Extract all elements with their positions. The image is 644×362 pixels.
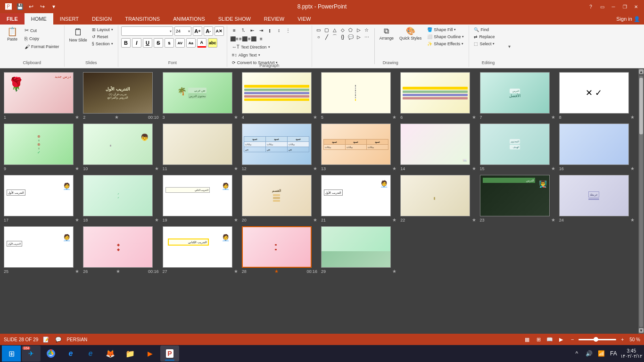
slideshow-button[interactable]: ▶ [557, 335, 565, 344]
slide-item-4[interactable]: 4 ★ [242, 72, 317, 121]
tab-insert[interactable]: INSERT [53, 13, 85, 25]
slide-thumb-23[interactable]: 👨‍🏫الدرس [480, 175, 550, 216]
tab-design[interactable]: DESIGN [85, 13, 118, 25]
align-center-button[interactable]: ≡⬛ [239, 35, 248, 42]
shape-pentagon[interactable]: ⬠ [347, 26, 355, 33]
scrollbar-thumb[interactable] [639, 78, 643, 134]
file-explorer-app[interactable]: 📁 [121, 346, 140, 362]
slide-thumb-21[interactable]: 🧑‍💼التدريب الأول [321, 175, 391, 216]
network-icon[interactable]: 📶 [596, 348, 606, 359]
save-button[interactable]: 💾 [15, 2, 25, 11]
slide-item-7[interactable]: الدرسالأفضل 7 ★ [480, 72, 555, 121]
volume-icon[interactable]: 🔊 [584, 348, 594, 359]
increase-indent-button[interactable]: ⇥ [257, 26, 265, 34]
restore-button[interactable]: ❐ [620, 2, 629, 11]
tab-animations[interactable]: ANIMATIONS [166, 13, 212, 25]
tab-file[interactable]: FILE [0, 13, 25, 25]
decrease-font-button[interactable]: A- [204, 26, 213, 36]
slide-item-12[interactable]: عمودعمودعمودبياناتبياناتبياناتنصنصنص 12 … [242, 123, 317, 172]
slide-thumb-3[interactable]: نص عربيمحتوى الدرس🌴 [163, 72, 232, 114]
cut-button[interactable]: ✂ Cut [23, 26, 61, 34]
shadow-button[interactable]: s [165, 38, 174, 48]
slide-item-27[interactable]: 🧑‍💼التدريب الكتابي 27 ★ [163, 226, 238, 275]
new-slide-button[interactable]: 🗒 New Slide [67, 26, 89, 43]
copy-button[interactable]: ⎘ Copy [23, 35, 61, 42]
vertical-scrollbar[interactable]: ▲ ▼ [638, 68, 644, 334]
font-color-button[interactable]: A [197, 38, 206, 48]
text-highlight-button[interactable]: abc [208, 38, 217, 48]
slide-item-18[interactable]: ✓✓ 18 ★ [83, 175, 158, 223]
underline-button[interactable]: U [143, 38, 152, 48]
section-button[interactable]: § Section ▾ [90, 41, 115, 47]
slide-item-5[interactable]: 5 ★ [321, 72, 396, 121]
shape-fill-button[interactable]: 🪣 Shape Fill ▾ [425, 26, 466, 33]
find-button[interactable]: 🔍 Find [472, 26, 496, 33]
redo-button[interactable]: ↪ [38, 2, 47, 11]
slide-item-20[interactable]: القسم 20 ★ [242, 175, 317, 223]
slide-item-19[interactable]: 🧑‍💼التدريب الثاني 19 ★ [163, 175, 238, 223]
layout-button[interactable]: ⊞ Layout ▾ [90, 26, 115, 33]
slide-item-13[interactable]: عمودعمودعمودبياناتبياناتبيانات 13 ★ [321, 123, 396, 172]
tab-slideshow[interactable]: SLIDE SHOW [212, 13, 257, 25]
reading-view-button[interactable]: 📖 [545, 335, 554, 344]
slide-item-29[interactable]: 🌺 29 ★ [321, 226, 396, 275]
italic-button[interactable]: I [132, 38, 141, 48]
slide-sorter-button[interactable]: ⊞ [534, 335, 543, 344]
bullets-button[interactable]: ≡ [230, 26, 239, 34]
slide-item-1[interactable]: 🌹درس جدید 1 ★ [4, 72, 79, 121]
media-player-app[interactable]: ▶ [140, 346, 159, 362]
slide-thumb-16[interactable] [559, 123, 629, 165]
zoom-track[interactable] [578, 339, 616, 340]
shape-callout[interactable]: 💬 [347, 33, 355, 40]
slide-thumb-17[interactable]: 🧑‍💼التدريب الأول [4, 175, 74, 216]
slide-thumb-5[interactable] [321, 72, 391, 114]
slide-thumb-25[interactable]: 🧑‍💼التدريب الأول [4, 226, 74, 268]
slide-thumb-12[interactable]: عمودعمودعمودبياناتبياناتبياناتنصنصنص [242, 123, 312, 165]
slide-item-10[interactable]: 👦 10 ★ [83, 123, 158, 172]
close-button[interactable]: ✕ [632, 2, 640, 11]
slide-thumb-14[interactable]: 📖 [400, 123, 470, 165]
slide-thumb-28[interactable] [242, 226, 312, 268]
columns-button[interactable]: ⫿ [266, 26, 274, 34]
shape-arrow[interactable]: ▷ [355, 26, 363, 33]
slide-thumb-6[interactable] [400, 72, 470, 114]
bold-button[interactable]: B [121, 38, 131, 48]
tray-chevron[interactable]: ^ [571, 348, 582, 359]
shape-diamond[interactable]: ◇ [339, 26, 347, 33]
comments-button[interactable]: 💬 [54, 335, 63, 344]
help-button[interactable]: ? [586, 2, 595, 11]
shape-effects-button[interactable]: ✨ Shape Effects ▾ [425, 41, 466, 47]
select-button[interactable]: ⬚ Select ▾ [472, 41, 496, 47]
tab-review[interactable]: REVIEW [257, 13, 291, 25]
align-left-button[interactable]: ⬛≡ [230, 35, 239, 42]
change-case-button[interactable]: Aa [186, 38, 196, 48]
scrollbar-down-arrow[interactable]: ▼ [639, 328, 644, 333]
slide-thumb-26[interactable]: ◆◆ [83, 226, 153, 268]
zoom-in-button[interactable]: + [618, 335, 627, 344]
slide-item-6[interactable]: 6 ★ [400, 72, 476, 121]
shape-line[interactable]: ╱ [323, 33, 330, 40]
decrease-indent-button[interactable]: ⇤ [248, 26, 256, 34]
slide-item-11[interactable]: 11 ★ [163, 123, 238, 172]
shape-curved[interactable]: ⌒ [331, 33, 339, 40]
slide-thumb-2[interactable]: التدريب الأولتدريب قرآن (١)الدروس والمرا… [83, 72, 153, 114]
slide-item-3[interactable]: نص عربيمحتوى الدرس🌴 3 ★ [163, 72, 238, 121]
numbering-button[interactable]: ⒈ [239, 26, 248, 34]
slide-item-26[interactable]: ◆◆ 26 ★ 00:16 [83, 226, 158, 275]
font-size-selector[interactable]: 24 ▾ [174, 26, 191, 36]
slide-thumb-24[interactable]: خريطة [559, 175, 629, 216]
slide-thumb-8[interactable]: ✕ ✓ [559, 72, 629, 114]
start-button[interactable]: ⊞ [2, 346, 21, 362]
font-name-selector[interactable]: ▾ [121, 26, 173, 36]
shape-triangle[interactable]: △ [331, 26, 339, 33]
minimize-button[interactable]: ─ [609, 2, 618, 11]
shape-star[interactable]: ☆ [363, 26, 371, 33]
powerpoint-app[interactable]: P [160, 346, 179, 362]
line-spacing-button[interactable]: ↕ [275, 26, 283, 34]
ie-app[interactable]: e [81, 346, 100, 362]
tab-view[interactable]: VIEW [291, 13, 317, 25]
reset-button[interactable]: ↺ Reset [90, 33, 115, 40]
slide-thumb-15[interactable]: المحتوىالهدف [480, 123, 550, 165]
slide-thumb-20[interactable]: القسم [242, 175, 312, 216]
add-remove-cols-button[interactable]: ⋮ [284, 26, 292, 34]
